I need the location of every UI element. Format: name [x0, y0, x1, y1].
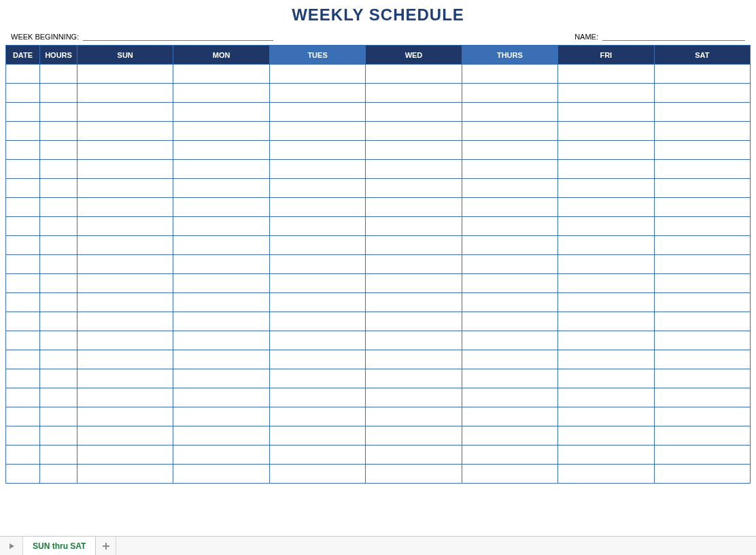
table-cell[interactable] — [269, 293, 365, 312]
table-cell[interactable] — [40, 84, 78, 103]
table-cell[interactable] — [173, 179, 269, 198]
table-cell[interactable] — [558, 426, 654, 445]
table-cell[interactable] — [173, 293, 269, 312]
table-cell[interactable] — [173, 217, 269, 236]
table-cell[interactable] — [462, 141, 557, 160]
table-cell[interactable] — [173, 312, 269, 331]
table-cell[interactable] — [78, 160, 173, 179]
table-cell[interactable] — [40, 103, 78, 122]
table-cell[interactable] — [173, 445, 269, 465]
table-cell[interactable] — [40, 465, 78, 484]
table-cell[interactable] — [6, 426, 40, 445]
table-cell[interactable] — [6, 198, 40, 217]
table-cell[interactable] — [6, 445, 40, 465]
table-cell[interactable] — [654, 198, 750, 217]
table-cell[interactable] — [269, 198, 365, 217]
table-cell[interactable] — [78, 388, 173, 407]
table-cell[interactable] — [78, 255, 173, 274]
table-cell[interactable] — [6, 103, 40, 122]
table-cell[interactable] — [269, 369, 365, 388]
table-cell[interactable] — [173, 407, 269, 426]
table-cell[interactable] — [173, 350, 269, 369]
table-cell[interactable] — [558, 122, 654, 141]
table-cell[interactable] — [269, 407, 365, 426]
table-cell[interactable] — [173, 426, 269, 445]
table-cell[interactable] — [269, 445, 365, 465]
table-cell[interactable] — [40, 426, 78, 445]
table-cell[interactable] — [269, 426, 365, 445]
table-cell[interactable] — [654, 331, 750, 350]
table-cell[interactable] — [462, 122, 557, 141]
table-cell[interactable] — [462, 198, 557, 217]
sheet-nav-button[interactable] — [0, 537, 23, 555]
table-cell[interactable] — [269, 350, 365, 369]
table-cell[interactable] — [78, 141, 173, 160]
table-cell[interactable] — [40, 122, 78, 141]
table-cell[interactable] — [654, 141, 750, 160]
table-cell[interactable] — [40, 198, 78, 217]
table-cell[interactable] — [558, 141, 654, 160]
table-cell[interactable] — [40, 331, 78, 350]
table-cell[interactable] — [558, 388, 654, 407]
table-cell[interactable] — [366, 122, 462, 141]
table-cell[interactable] — [173, 160, 269, 179]
table-cell[interactable] — [366, 350, 462, 369]
table-cell[interactable] — [269, 331, 365, 350]
table-cell[interactable] — [78, 293, 173, 312]
table-cell[interactable] — [6, 217, 40, 236]
table-cell[interactable] — [366, 388, 462, 407]
name-input[interactable] — [602, 31, 745, 41]
table-cell[interactable] — [40, 217, 78, 236]
sheet-tab-active[interactable]: SUN thru SAT — [23, 536, 96, 555]
table-cell[interactable] — [654, 407, 750, 426]
table-cell[interactable] — [173, 369, 269, 388]
table-cell[interactable] — [6, 274, 40, 293]
table-cell[interactable] — [6, 293, 40, 312]
table-cell[interactable] — [366, 369, 462, 388]
table-cell[interactable] — [462, 293, 557, 312]
table-cell[interactable] — [462, 445, 557, 465]
table-cell[interactable] — [654, 65, 750, 84]
table-cell[interactable] — [462, 350, 557, 369]
table-cell[interactable] — [173, 388, 269, 407]
table-cell[interactable] — [78, 312, 173, 331]
table-cell[interactable] — [6, 179, 40, 198]
table-cell[interactable] — [558, 217, 654, 236]
table-cell[interactable] — [462, 84, 557, 103]
table-cell[interactable] — [366, 179, 462, 198]
table-cell[interactable] — [654, 369, 750, 388]
table-cell[interactable] — [462, 217, 557, 236]
table-cell[interactable] — [78, 465, 173, 484]
table-cell[interactable] — [40, 293, 78, 312]
table-cell[interactable] — [558, 236, 654, 255]
table-cell[interactable] — [462, 236, 557, 255]
table-cell[interactable] — [654, 236, 750, 255]
table-cell[interactable] — [269, 236, 365, 255]
table-cell[interactable] — [269, 274, 365, 293]
table-cell[interactable] — [366, 426, 462, 445]
table-cell[interactable] — [78, 331, 173, 350]
table-cell[interactable] — [173, 274, 269, 293]
table-cell[interactable] — [462, 274, 557, 293]
table-cell[interactable] — [173, 141, 269, 160]
table-cell[interactable] — [40, 388, 78, 407]
table-cell[interactable] — [654, 465, 750, 484]
table-cell[interactable] — [269, 84, 365, 103]
table-cell[interactable] — [78, 407, 173, 426]
table-cell[interactable] — [558, 160, 654, 179]
table-cell[interactable] — [78, 65, 173, 84]
table-cell[interactable] — [40, 445, 78, 465]
table-cell[interactable] — [78, 103, 173, 122]
table-cell[interactable] — [269, 141, 365, 160]
table-cell[interactable] — [654, 426, 750, 445]
table-cell[interactable] — [6, 236, 40, 255]
table-cell[interactable] — [269, 179, 365, 198]
table-cell[interactable] — [558, 255, 654, 274]
table-cell[interactable] — [558, 198, 654, 217]
table-cell[interactable] — [366, 141, 462, 160]
table-cell[interactable] — [78, 122, 173, 141]
table-cell[interactable] — [462, 369, 557, 388]
table-cell[interactable] — [558, 179, 654, 198]
table-cell[interactable] — [654, 293, 750, 312]
table-cell[interactable] — [462, 255, 557, 274]
